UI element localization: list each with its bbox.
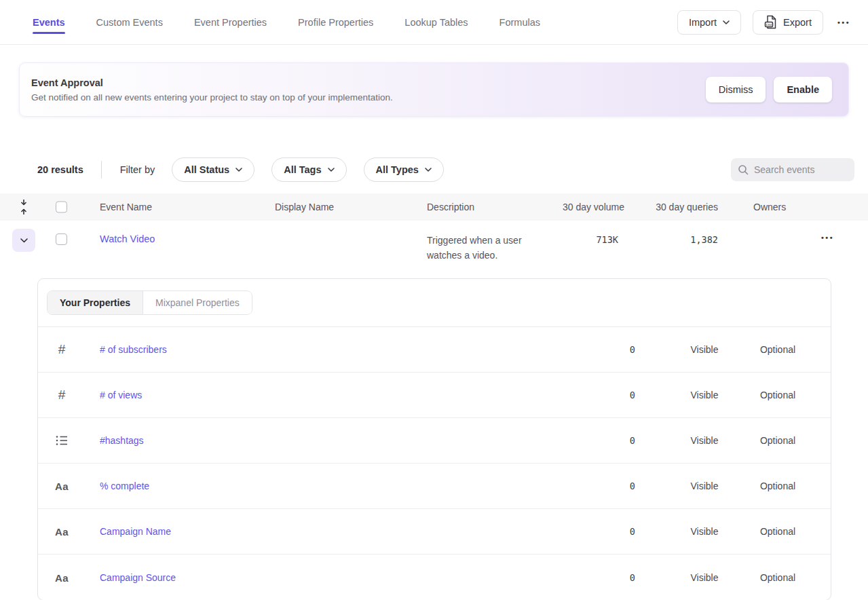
chevron-down-icon (328, 168, 335, 172)
more-icon: ••• (821, 233, 834, 242)
chevron-down-icon (20, 238, 28, 243)
property-visibility: Visible (667, 526, 742, 537)
property-row: Aa Campaign Name 0 Visible Optional (38, 509, 831, 555)
tab-mixpanel-properties[interactable]: Mixpanel Properties (143, 291, 252, 314)
collapse-row-button[interactable] (12, 229, 35, 252)
column-event-name[interactable]: Event Name (100, 202, 152, 212)
property-row: Aa % complete 0 Visible Optional (38, 464, 831, 509)
chevron-down-icon (235, 168, 242, 172)
column-description[interactable]: Description (427, 202, 474, 212)
search-icon (738, 164, 749, 175)
property-row: #hashtags 0 Visible Optional (38, 418, 831, 464)
tab-lookup-tables[interactable]: Lookup Tables (404, 0, 468, 44)
property-queries: 0 (574, 344, 635, 355)
more-menu-button[interactable]: ••• (835, 14, 853, 31)
column-30-day-volume[interactable]: 30 day volume (529, 202, 624, 212)
tab-profile-properties[interactable]: Profile Properties (298, 0, 373, 44)
property-requirement: Optional (737, 435, 818, 446)
tab-events[interactable]: Events (33, 0, 65, 44)
property-queries: 0 (574, 572, 635, 583)
property-queries: 0 (574, 481, 635, 491)
text-icon: Aa (52, 571, 72, 583)
row-more-menu-button[interactable]: ••• (818, 229, 837, 246)
search-events-box (731, 158, 854, 181)
top-navigation: Events Custom Events Event Properties Pr… (0, 0, 868, 45)
property-requirement: Optional (737, 344, 818, 355)
property-visibility: Visible (667, 390, 742, 400)
status-filter-dropdown[interactable]: All Status (172, 157, 254, 182)
more-icon: ••• (837, 18, 850, 26)
nav-tabs: Events Custom Events Event Properties Pr… (33, 0, 540, 44)
property-requirement: Optional (737, 572, 818, 583)
types-filter-dropdown[interactable]: All Types (364, 157, 444, 182)
csv-file-icon: csv (764, 15, 777, 29)
property-visibility: Visible (667, 481, 742, 491)
export-button-label: Export (783, 17, 812, 28)
property-visibility: Visible (667, 572, 742, 583)
svg-text:csv: csv (766, 22, 772, 26)
property-row: Aa Campaign Source 0 Visible Optional (38, 555, 831, 600)
tab-formulas[interactable]: Formulas (499, 0, 540, 44)
banner-title: Event Approval (31, 77, 393, 88)
results-count: 20 results (37, 164, 83, 175)
table-row-watch-video: Watch Video Triggered when a user watche… (0, 221, 868, 278)
property-name-link[interactable]: #hashtags (100, 435, 144, 446)
column-owners[interactable]: Owners (753, 202, 786, 212)
event-properties-panel: Your Properties Mixpanel Properties # # … (37, 278, 831, 600)
tab-your-properties[interactable]: Your Properties (48, 291, 143, 314)
property-queries: 0 (574, 435, 635, 446)
property-queries: 0 (574, 390, 635, 400)
property-visibility: Visible (667, 435, 742, 446)
tab-event-properties[interactable]: Event Properties (194, 0, 267, 44)
types-filter-label: All Types (376, 164, 419, 175)
tab-custom-events[interactable]: Custom Events (96, 0, 163, 44)
dismiss-button[interactable]: Dismiss (706, 77, 766, 102)
row-checkbox[interactable] (56, 233, 67, 245)
events-table-header: Event Name Display Name Description 30 d… (0, 193, 868, 221)
property-requirement: Optional (737, 390, 818, 400)
property-row: # # of subscribers 0 Visible Optional (38, 327, 831, 373)
property-requirement: Optional (737, 481, 818, 491)
property-name-link[interactable]: # of subscribers (100, 344, 167, 355)
number-icon: # (52, 388, 72, 402)
property-requirement: Optional (737, 526, 818, 537)
list-icon (52, 435, 72, 446)
text-icon: Aa (52, 526, 72, 538)
property-visibility: Visible (667, 344, 742, 355)
banner-description: Get notified on all new events entering … (31, 92, 393, 102)
import-button[interactable]: Import (677, 10, 741, 35)
column-display-name[interactable]: Display Name (275, 202, 334, 212)
tags-filter-dropdown[interactable]: All Tags (271, 157, 346, 182)
collapse-all-icon[interactable] (12, 199, 35, 215)
event-30-day-volume: 713K (523, 234, 618, 245)
tags-filter-label: All Tags (284, 164, 321, 175)
properties-tabs-bar: Your Properties Mixpanel Properties (38, 279, 831, 327)
filter-bar: 20 results Filter by All Status All Tags… (0, 157, 868, 182)
property-row: # # of views 0 Visible Optional (38, 373, 831, 418)
property-name-link[interactable]: Campaign Name (100, 526, 171, 537)
text-icon: Aa (52, 481, 72, 492)
select-all-checkbox[interactable] (56, 202, 67, 213)
property-name-link[interactable]: # of views (100, 390, 142, 400)
import-button-label: Import (689, 17, 717, 28)
property-name-link[interactable]: % complete (100, 481, 149, 491)
filter-by-label: Filter by (120, 164, 155, 175)
number-icon: # (52, 342, 72, 357)
property-name-link[interactable]: Campaign Source (100, 572, 176, 583)
chevron-down-icon (723, 20, 730, 24)
event-approval-banner: Event Approval Get notified on all new e… (19, 62, 849, 117)
status-filter-label: All Status (184, 164, 229, 175)
event-name-link[interactable]: Watch Video (100, 233, 155, 244)
export-button[interactable]: csv Export (753, 10, 823, 35)
event-30-day-queries: 1,382 (623, 234, 718, 245)
property-queries: 0 (574, 526, 635, 537)
column-30-day-queries[interactable]: 30 day queries (623, 202, 718, 212)
chevron-down-icon (425, 168, 432, 172)
search-events-input[interactable] (754, 164, 848, 175)
divider (101, 161, 102, 179)
enable-button[interactable]: Enable (774, 77, 832, 102)
